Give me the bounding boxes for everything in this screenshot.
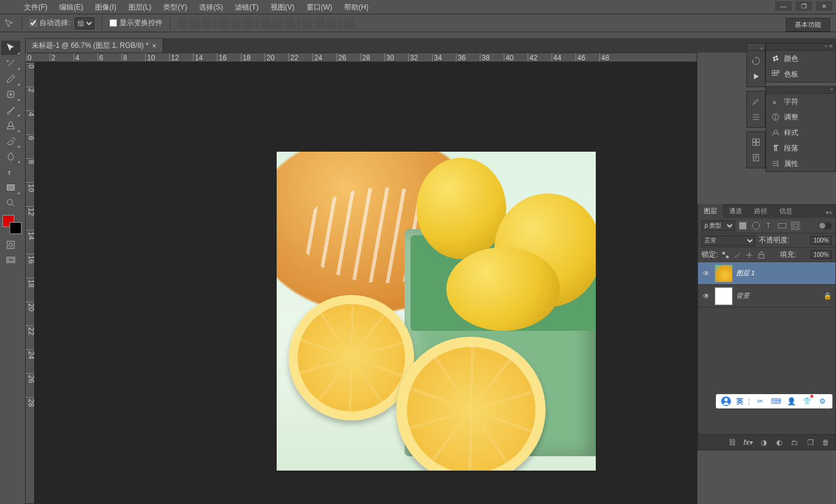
ime-lang-label[interactable]: 英 (736, 397, 743, 407)
screen-mode-icon[interactable] (1, 253, 20, 268)
color-swatches[interactable] (1, 215, 23, 236)
panel-collapse-icon[interactable]: » (766, 87, 835, 94)
layer-row[interactable]: 👁 图层 1 (698, 262, 835, 285)
distribute-vcenter-icon[interactable] (273, 19, 283, 28)
distribute-left-icon[interactable] (303, 19, 313, 28)
eraser-tool[interactable] (1, 134, 20, 148)
show-transform-checkbox[interactable]: 显示变换控件 (109, 18, 163, 28)
visibility-icon[interactable]: 👁 (702, 292, 711, 300)
visibility-icon[interactable]: 👁 (702, 269, 711, 278)
menu-layer[interactable]: 图层(L) (123, 0, 158, 14)
document-tab[interactable]: 未标题-1 @ 66.7% (图层 1, RGB/8) * × (25, 38, 163, 53)
layer-name[interactable]: 背景 (736, 291, 820, 300)
menu-type[interactable]: 类型(Y) (157, 0, 193, 14)
blur-tool[interactable] (1, 149, 20, 164)
healing-brush-tool[interactable] (1, 87, 20, 102)
ime-settings-icon[interactable]: ⚙ (817, 396, 828, 407)
filter-type-icon[interactable]: T (764, 220, 774, 231)
close-tab-icon[interactable]: × (152, 42, 157, 50)
filter-pixel-icon[interactable] (737, 220, 748, 231)
background-color[interactable] (10, 222, 22, 234)
paths-tab[interactable]: 路径 (748, 204, 773, 218)
info-tab[interactable]: 信息 (773, 204, 798, 218)
align-left-icon[interactable] (219, 19, 229, 28)
layer-group-icon[interactable]: 🗀 (790, 438, 800, 447)
workspace-switcher[interactable]: 基本功能 (786, 18, 830, 32)
menu-image[interactable]: 图像(I) (89, 0, 122, 14)
layer-name[interactable]: 图层 1 (736, 269, 832, 278)
adjustment-layer-icon[interactable]: ◐ (774, 438, 784, 447)
adjustments-panel-button[interactable]: 调整 (766, 109, 835, 125)
lock-position-icon[interactable] (745, 251, 754, 259)
window-close-button[interactable]: ✕ (816, 1, 832, 11)
distribute-bottom-icon[interactable] (285, 19, 295, 28)
layer-row[interactable]: 👁 背景 🔒 (698, 285, 835, 308)
layers-shortcut-icon[interactable] (747, 134, 765, 150)
lock-pixels-icon[interactable] (733, 251, 742, 259)
menu-file[interactable]: 文件(F) (18, 0, 53, 14)
menu-filter[interactable]: 滤镜(T) (229, 0, 264, 14)
swatches-panel-button[interactable]: 色板 (766, 66, 835, 82)
type-tool[interactable]: T (1, 165, 20, 179)
ime-logo-icon[interactable] (721, 396, 731, 407)
panel-menu-icon[interactable]: ▾≡ (822, 207, 835, 218)
filter-smart-icon[interactable] (790, 220, 801, 231)
auto-select-dropdown[interactable]: 组 (75, 17, 94, 29)
distribute-right-icon[interactable] (327, 19, 336, 28)
menu-select[interactable]: 选择(S) (193, 0, 229, 14)
opacity-value[interactable]: 100% (810, 236, 832, 245)
link-layers-icon[interactable]: ⛓ (728, 438, 737, 447)
distribute-top-icon[interactable] (261, 19, 271, 28)
panel-collapse-icon[interactable]: » ✕ (766, 44, 835, 51)
brush-panel-icon[interactable] (747, 94, 765, 109)
filter-toggle[interactable] (819, 222, 832, 229)
move-tool[interactable] (1, 41, 20, 55)
delete-layer-icon[interactable]: 🗑 (821, 438, 831, 447)
fill-value[interactable]: 100% (810, 250, 832, 259)
align-top-icon[interactable] (177, 19, 187, 28)
styles-panel-button[interactable]: 样式 (766, 125, 835, 140)
document-canvas[interactable] (277, 152, 596, 471)
filter-adjust-icon[interactable] (751, 220, 761, 231)
new-layer-icon[interactable]: ❐ (806, 438, 815, 447)
clone-stamp-tool[interactable] (1, 118, 20, 133)
align-bottom-icon[interactable] (201, 19, 211, 28)
filter-shape-icon[interactable] (777, 220, 788, 231)
align-hcenter-icon[interactable] (231, 19, 241, 28)
window-minimize-button[interactable]: — (775, 1, 792, 11)
actions-panel-icon[interactable] (747, 69, 765, 84)
blend-mode-select[interactable]: 正常 (702, 235, 755, 246)
history-panel-icon[interactable] (747, 53, 765, 69)
layer-mask-icon[interactable]: ◑ (759, 438, 768, 447)
menu-help[interactable]: 帮助(H) (338, 0, 375, 14)
quick-mask-icon[interactable] (1, 238, 20, 252)
ime-skin-icon[interactable]: 👕 (801, 396, 812, 407)
magic-wand-tool[interactable] (1, 56, 20, 70)
menu-window[interactable]: 窗口(W) (301, 0, 338, 14)
distribute-hcenter-icon[interactable] (315, 19, 324, 28)
lock-all-icon[interactable] (757, 251, 765, 259)
auto-align-icon[interactable] (345, 19, 354, 28)
ime-scissors-icon[interactable]: ✂ (755, 396, 765, 407)
paragraph-panel-button[interactable]: 段落 (766, 140, 835, 156)
align-vcenter-icon[interactable] (189, 19, 199, 28)
notes-panel-icon[interactable] (747, 150, 765, 165)
layer-thumbnail[interactable] (715, 265, 733, 282)
ime-keyboard-icon[interactable]: ⌨ (770, 396, 781, 407)
brush-presets-icon[interactable] (747, 109, 765, 125)
layer-filter-kind[interactable]: ρ 类型 (702, 220, 735, 231)
rectangle-tool[interactable] (1, 180, 20, 195)
window-maximize-button[interactable]: ❐ (795, 1, 812, 11)
auto-select-checkbox[interactable]: 自动选择: (29, 18, 70, 28)
character-panel-button[interactable]: A字符 (766, 94, 835, 109)
eyedropper-tool[interactable] (1, 72, 20, 86)
brush-tool[interactable] (1, 103, 20, 117)
layer-fx-icon[interactable]: fx▾ (743, 438, 753, 447)
channels-tab[interactable]: 通道 (723, 204, 748, 218)
menu-edit[interactable]: 编辑(E) (53, 0, 89, 14)
ime-toolbar[interactable]: 英 ¦ ✂ ⌨ 👤 👕 ⚙ (716, 394, 832, 408)
color-panel-button[interactable]: 颜色 (766, 51, 835, 66)
layers-tab[interactable]: 图层 (698, 204, 723, 218)
ime-user-icon[interactable]: 👤 (786, 396, 797, 407)
zoom-tool[interactable] (1, 196, 20, 210)
